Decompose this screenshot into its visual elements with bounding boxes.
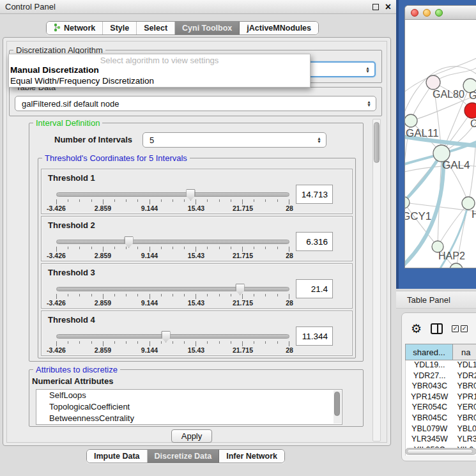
algorithm-option[interactable]: Equal Width/Frequency Discretization xyxy=(9,75,310,86)
network-view-window: GAL80GCGAL11GAL4GCY1HHAP2 xyxy=(404,5,476,268)
cell-name: YER0 xyxy=(453,403,476,413)
tab-cyni-toolbox[interactable]: Cyni Toolbox xyxy=(175,22,240,35)
table-row[interactable]: YBL079WYBL0 xyxy=(406,424,476,435)
minimize-traffic-light-icon[interactable] xyxy=(423,9,431,17)
threshold-slider[interactable] xyxy=(56,192,289,197)
table-data-combobox[interactable]: galFiltered.sif default node ▲▼ xyxy=(15,96,376,111)
tab-infer-network[interactable]: Infer Network xyxy=(219,450,284,463)
tab-label: Discretize Data xyxy=(155,452,212,461)
tab-label: Impute Data xyxy=(94,452,140,461)
tab-jactivemnodules[interactable]: jActiveMNodules xyxy=(240,22,318,35)
table-panel-toolbar: ⚙ ✓ ✓ xyxy=(402,318,476,339)
table-row[interactable]: YBR045CYBR0 xyxy=(406,413,476,424)
slider-tick-labels: -3.4262.8599.14415.4321.71528 xyxy=(56,252,289,260)
threshold-slider[interactable] xyxy=(56,287,289,291)
threshold-panel: Threshold 4-3.4262.8599.14415.4321.71528… xyxy=(41,311,353,356)
table-row[interactable]: YBR043CYBR0 xyxy=(406,381,476,392)
tick-label: 28 xyxy=(286,299,293,307)
algorithm-option[interactable]: Manual Discretization xyxy=(9,65,310,75)
apply-button[interactable]: Apply xyxy=(171,429,212,443)
tab-impute-data[interactable]: Impute Data xyxy=(87,450,148,463)
number-of-intervals-combobox[interactable]: 5 ▲▼ xyxy=(142,132,326,148)
threshold-panel: Threshold 1-3.4262.8599.14415.4321.71528… xyxy=(41,169,353,214)
panel-vertical-scrollbar[interactable] xyxy=(372,119,381,441)
threshold-value-box[interactable]: 6.316 xyxy=(296,232,333,251)
numerical-attributes-list[interactable]: SelfLoopsTopologicalCoefficientBetweenne… xyxy=(36,389,342,425)
attribute-list-item[interactable]: BetweennessCentrality xyxy=(36,413,342,424)
network-node[interactable] xyxy=(426,75,440,89)
threshold-label: Threshold 4 xyxy=(48,315,95,325)
table-header-row: shared...na xyxy=(405,344,476,360)
slider-ticks xyxy=(56,247,289,252)
tab-style[interactable]: Style xyxy=(103,22,137,35)
tick-label: 21.715 xyxy=(233,252,253,259)
tick-label: -3.426 xyxy=(47,346,66,354)
table-row[interactable]: YER054CYER0 xyxy=(406,403,476,413)
interval-definition-group: Interval Definition Number of Intervals … xyxy=(29,123,364,362)
threshold-label: Threshold 3 xyxy=(48,268,95,277)
attribute-list-item[interactable]: TopologicalCoefficient xyxy=(36,401,342,413)
network-node-label: C xyxy=(470,118,476,129)
slider-ticks xyxy=(56,199,289,204)
cell-name: YDL1 xyxy=(453,360,476,371)
tab-label: Style xyxy=(110,24,129,33)
threshold-coordinates-group-title: Threshold's Coordinates for 5 Intervals xyxy=(42,153,190,163)
attribute-list-item[interactable]: SelfLoops xyxy=(36,390,342,401)
attributes-list-scrollbar[interactable] xyxy=(334,390,341,424)
stepper-arrows-icon[interactable]: ▲▼ xyxy=(367,100,371,107)
network-canvas[interactable]: GAL80GCGAL11GAL4GCY1HHAP2 xyxy=(405,20,476,268)
table-row[interactable]: YLR345WYLR3 xyxy=(406,434,476,445)
table-horizontal-scrollbar[interactable] xyxy=(405,448,476,455)
tick-label: -3.426 xyxy=(47,252,66,259)
cell-shared-name: YDL19... xyxy=(406,360,453,371)
tab-network[interactable]: Network xyxy=(47,22,103,35)
network-icon xyxy=(54,23,61,34)
threshold-panel: Threshold 2-3.4262.8599.14415.4321.71528… xyxy=(41,216,353,261)
table-row[interactable]: YDR27...YDR2 xyxy=(406,371,476,382)
control-panel-titlebar: Control Panel × xyxy=(0,0,396,14)
slider-ticks xyxy=(56,341,289,346)
table-hscrollbar-thumb[interactable] xyxy=(407,449,473,454)
panel-scrollbar-thumb[interactable] xyxy=(374,122,380,163)
network-node[interactable] xyxy=(464,103,476,118)
split-columns-icon[interactable] xyxy=(431,323,443,334)
threshold-value-box[interactable]: 14.713 xyxy=(296,185,333,204)
table-column-header[interactable]: na xyxy=(453,344,476,360)
table-panel-card: ⚙ ✓ ✓ shared...na YDL19...YDL1YDR27...YD… xyxy=(401,312,476,461)
checkbox-icon[interactable]: ✓ xyxy=(461,325,468,332)
zoom-traffic-light-icon[interactable] xyxy=(435,9,443,17)
network-node[interactable] xyxy=(405,114,417,127)
close-icon[interactable]: × xyxy=(385,4,391,10)
network-node-label: GAL11 xyxy=(406,127,439,139)
close-traffic-light-icon[interactable] xyxy=(411,9,418,17)
table-row[interactable]: YDL19...YDL1 xyxy=(406,360,476,371)
gear-icon[interactable]: ⚙ xyxy=(411,323,422,335)
network-node[interactable] xyxy=(462,197,475,210)
stepper-arrows-icon[interactable]: ▲▼ xyxy=(365,66,370,73)
table-column-header[interactable]: shared... xyxy=(405,344,453,360)
network-node[interactable] xyxy=(450,263,463,268)
threshold-slider[interactable] xyxy=(56,240,289,244)
threshold-slider[interactable] xyxy=(56,334,289,339)
float-window-icon[interactable] xyxy=(372,4,379,10)
table-data-group: Table Data galFiltered.sif default node … xyxy=(9,87,382,116)
cell-name: YPR1 xyxy=(453,392,476,403)
tick-label: -3.426 xyxy=(47,299,66,307)
network-node-label: G xyxy=(469,90,476,101)
threshold-value-box[interactable]: 21.4 xyxy=(296,279,333,298)
stepper-arrows-icon[interactable]: ▲▼ xyxy=(317,137,321,143)
threshold-value-box[interactable]: 11.344 xyxy=(296,326,333,346)
select-columns-checkbox-icons[interactable]: ✓ ✓ xyxy=(452,325,468,332)
slider-ticks xyxy=(56,294,289,299)
algorithm-dropdown-hint: Select algorithm to view settings xyxy=(9,54,310,65)
checkbox-icon[interactable]: ✓ xyxy=(452,325,459,332)
network-node-label: GAL4 xyxy=(442,159,470,171)
threshold-label: Threshold 2 xyxy=(48,220,95,230)
tab-discretize-data[interactable]: Discretize Data xyxy=(148,450,220,463)
attributes-scrollbar-thumb[interactable] xyxy=(334,392,340,416)
tab-select[interactable]: Select xyxy=(137,22,175,35)
network-window-frame: GAL80GCGAL11GAL4GCY1HHAP2 xyxy=(396,0,476,289)
attributes-to-discretize-group: Attributes to discretize Numerical Attri… xyxy=(29,369,364,427)
table-row[interactable]: YPR145WYPR1 xyxy=(406,392,476,403)
tick-label: 15.43 xyxy=(188,346,204,354)
